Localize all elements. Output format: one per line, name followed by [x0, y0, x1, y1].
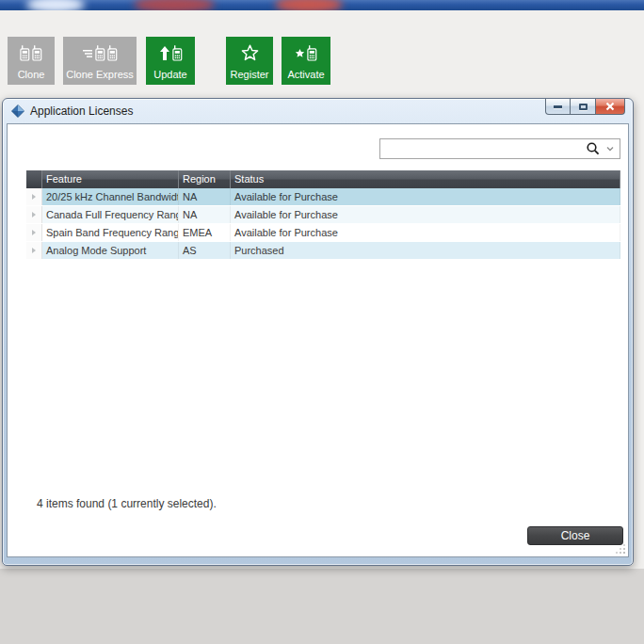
cell-feature: Spain Band Frequency Range: [42, 224, 179, 241]
maximize-button[interactable]: [571, 99, 596, 115]
cell-region: EMEA: [179, 224, 231, 241]
clone-express-button[interactable]: Clone Express: [63, 37, 137, 85]
search-input[interactable]: [380, 139, 584, 158]
close-button[interactable]: Close: [527, 526, 623, 545]
search-box: [379, 138, 620, 159]
up-arrow-radio-icon: [159, 43, 183, 61]
table-row[interactable]: Canada Full Frequency Range NA Available…: [26, 206, 620, 224]
clone-button-label: Clone: [18, 70, 45, 80]
close-window-button[interactable]: [596, 99, 625, 115]
titlebar-logo-blur: [134, 0, 215, 10]
dialog-title: Application Licenses: [30, 105, 133, 118]
resize-grip[interactable]: [615, 543, 626, 555]
row-expander[interactable]: [26, 224, 42, 241]
cell-feature: 20/25 kHz Channel Bandwidth: [42, 188, 179, 205]
table-row[interactable]: Spain Band Frequency Range EMEA Availabl…: [26, 224, 620, 242]
close-icon: [605, 102, 615, 111]
clone-button[interactable]: Clone: [8, 37, 55, 85]
update-button[interactable]: Update: [146, 37, 195, 85]
cell-region: AS: [179, 242, 231, 259]
search-options-chevron-icon[interactable]: [603, 146, 620, 152]
expander-arrow-icon: [32, 248, 36, 253]
status-text: 4 items found (1 currently selected).: [37, 497, 217, 510]
window-controls: [545, 99, 625, 115]
register-button[interactable]: Register: [226, 37, 273, 85]
row-expander[interactable]: [26, 206, 42, 223]
titlebar-glow: [26, 0, 85, 10]
expander-arrow-icon: [32, 212, 36, 217]
column-header-feature[interactable]: Feature: [42, 170, 179, 188]
screen: { "background": { "top_bar_color": "#2a5…: [0, 0, 644, 644]
table-body: 20/25 kHz Channel Bandwidth NA Available…: [26, 188, 620, 260]
radio-pair-icon: [20, 43, 42, 61]
row-expander[interactable]: [26, 242, 42, 259]
application-licenses-dialog: Application Licenses: [2, 98, 634, 566]
star-outline-icon: [241, 43, 259, 61]
table-header-row: Feature Region Status: [26, 170, 620, 188]
column-header-status[interactable]: Status: [231, 170, 620, 188]
dialog-content: Feature Region Status 20/25 kHz Channel …: [7, 123, 629, 557]
cell-status: Available for Purchase: [231, 206, 620, 223]
cell-feature: Canada Full Frequency Range: [42, 206, 179, 223]
table-row[interactable]: 20/25 kHz Channel Bandwidth NA Available…: [26, 188, 620, 206]
star-radio-icon: [295, 43, 317, 61]
minimize-icon: [554, 105, 562, 108]
row-expander[interactable]: [26, 188, 42, 205]
table-row[interactable]: Analog Mode Support AS Purchased: [26, 242, 620, 260]
search-icon[interactable]: [584, 141, 603, 156]
cell-feature: Analog Mode Support: [42, 242, 179, 259]
cell-region: NA: [179, 188, 231, 205]
express-radio-pair-icon: [82, 43, 118, 61]
register-button-label: Register: [231, 70, 269, 80]
activate-button[interactable]: Activate: [282, 37, 330, 85]
maximize-icon: [579, 104, 588, 110]
cell-status: Available for Purchase: [231, 224, 620, 241]
dialog-titlebar[interactable]: Application Licenses: [3, 99, 633, 123]
cell-status: Available for Purchase: [231, 188, 620, 205]
clone-express-button-label: Clone Express: [66, 70, 134, 80]
cell-region: NA: [179, 206, 231, 223]
background-window-titlebar: [0, 0, 644, 10]
expander-arrow-icon: [32, 230, 36, 235]
app-diamond-icon: [11, 105, 24, 118]
minimize-button[interactable]: [545, 99, 571, 115]
column-header-region[interactable]: Region: [179, 170, 231, 188]
titlebar-logo-blur-2: [275, 0, 343, 10]
header-gutter-cell: [26, 170, 42, 188]
cell-status: Purchased: [231, 242, 620, 259]
activate-button-label: Activate: [287, 70, 324, 80]
update-button-label: Update: [153, 70, 186, 80]
licenses-table: Feature Region Status 20/25 kHz Channel …: [26, 170, 620, 260]
expander-arrow-icon: [32, 194, 36, 200]
